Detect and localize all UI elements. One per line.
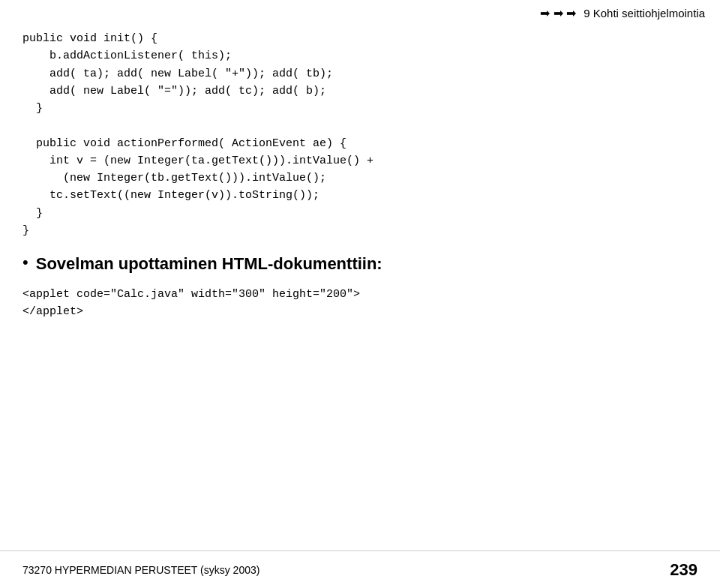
- bullet-section: • Sovelman upottaminen HTML-dokumenttiin…: [22, 254, 698, 274]
- page-footer: 73270 HYPERMEDIAN PERUSTEET (syksy 2003)…: [0, 550, 720, 588]
- navigation-arrows: ➡ ➡ ➡: [540, 6, 576, 20]
- java-code-block: public void init() { b.addActionListener…: [22, 30, 698, 239]
- chapter-title: 9 Kohti seittiohjelmointia: [584, 7, 705, 20]
- page-number: 239: [670, 560, 698, 580]
- main-content: public void init() { b.addActionListener…: [22, 30, 698, 543]
- bullet-dot: •: [22, 253, 28, 272]
- bullet-text: Sovelman upottaminen HTML-dokumenttiin:: [36, 254, 382, 274]
- html-code-block: <applet code="Calc.java" width="300" hei…: [22, 286, 698, 321]
- page-container: ➡ ➡ ➡ 9 Kohti seittiohjelmointia public …: [0, 0, 720, 588]
- footer-course-info: 73270 HYPERMEDIAN PERUSTEET (syksy 2003): [22, 564, 260, 576]
- page-header: ➡ ➡ ➡ 9 Kohti seittiohjelmointia: [540, 6, 705, 20]
